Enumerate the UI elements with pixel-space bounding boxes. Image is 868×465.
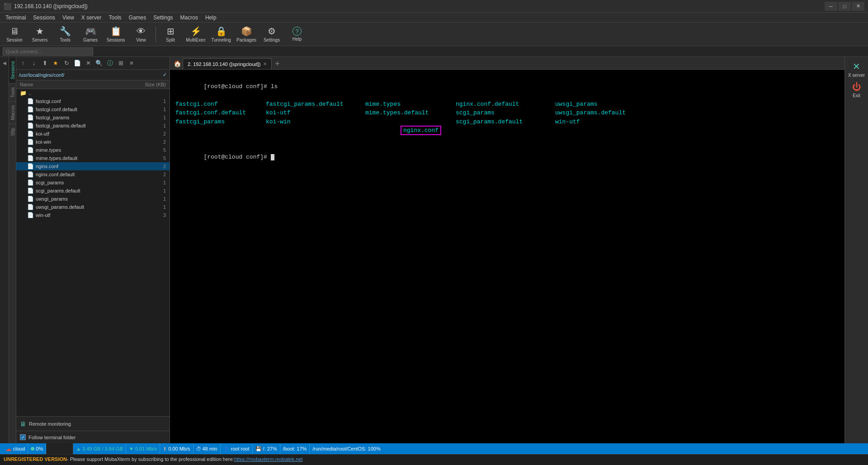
menu-games[interactable]: Games xyxy=(125,14,150,22)
menu-settings[interactable]: Settings xyxy=(150,14,176,22)
new-tab-button[interactable]: + xyxy=(272,58,283,69)
quickconnect-input[interactable] xyxy=(3,47,93,56)
terminal-content[interactable]: [root@cloud conf]# ls fastcgi.conf fastc… xyxy=(170,70,844,443)
toolbar-tunneling-button[interactable]: 🔒 Tunneling xyxy=(209,24,233,45)
xserver-button[interactable]: ✕ X server xyxy=(846,59,867,80)
games-icon: 🎮 xyxy=(85,26,96,37)
maximize-button[interactable]: □ xyxy=(838,2,851,11)
file-item[interactable]: 📄 win-utf 3 xyxy=(16,211,170,219)
tab-sessions[interactable]: Sessions xyxy=(9,57,16,83)
file-info-button[interactable]: ⓘ xyxy=(105,58,115,68)
remote-monitor-label: Remote monitoring xyxy=(29,421,71,427)
file-nav-down-button[interactable]: ↓ xyxy=(29,58,39,68)
unregistered-bar: UNREGISTERED VERSION - Please support Mo… xyxy=(0,454,868,463)
toolbar-view-button[interactable]: 👁 View xyxy=(129,24,153,45)
file-item[interactable]: 📄 scgi_params.default 1 xyxy=(16,187,170,195)
file-koi-utf: koi-utf xyxy=(266,108,365,117)
menu-terminal[interactable]: Terminal xyxy=(2,14,29,22)
file-item[interactable]: 📄 fastcgi_params.default 1 xyxy=(16,122,170,130)
terminal-tab-close-button[interactable]: ✕ xyxy=(263,61,267,66)
file-item[interactable]: 📄 nginx.conf 2 xyxy=(16,162,170,170)
toolbar-games-button[interactable]: 🎮 Games xyxy=(79,24,102,45)
file-item[interactable]: 📄 mime.types.default 5 xyxy=(16,154,170,162)
terminal-tab-active[interactable]: 2. 192.168.10.140 ([springcloud]) ✕ xyxy=(183,58,272,69)
menu-view[interactable]: View xyxy=(59,14,78,22)
unregistered-text: - Please support MobaXterm by subscribin… xyxy=(67,456,234,462)
cloud-icon: ☁ xyxy=(5,445,12,452)
terminal-home-button[interactable]: 🏠 xyxy=(172,58,183,69)
file-bookmark-button[interactable]: ★ xyxy=(51,58,61,68)
file-item[interactable]: 📄 mime.types 5 xyxy=(16,146,170,154)
toolbar-session-button[interactable]: 🖥 Session xyxy=(3,24,26,45)
file-uwsgi-params-default: uwsgi_params.default xyxy=(555,108,626,117)
file-item[interactable]: 📄 fastcgi_params 1 xyxy=(16,113,170,122)
toolbar-sessions-button[interactable]: 📋 Sessions xyxy=(104,24,127,45)
toolbar-settings-button[interactable]: ⚙ Settings xyxy=(260,24,283,45)
menu-help[interactable]: Help xyxy=(202,14,220,22)
tab-sftp[interactable]: Sftp xyxy=(9,124,16,140)
file-icon: 📄 xyxy=(27,196,34,202)
file-item[interactable]: 📄 koi-win 2 xyxy=(16,138,170,146)
menu-sessions[interactable]: Sessions xyxy=(29,14,59,22)
file-item-parent[interactable]: 📁 .. xyxy=(16,89,170,97)
toolbar-packages-button[interactable]: 📦 Packages xyxy=(235,24,258,45)
tab-macros[interactable]: Macros xyxy=(9,101,16,124)
menu-macros[interactable]: Macros xyxy=(177,14,202,22)
view-label: View xyxy=(136,38,146,42)
file-item[interactable]: 📄 fastcgi.conf.default 1 xyxy=(16,105,170,113)
file-item[interactable]: 📄 nginx.conf.default 2 xyxy=(16,170,170,178)
sidebar-toggle-button[interactable]: ◀ xyxy=(0,59,9,67)
file-item[interactable]: 📄 fastcgi.conf 1 xyxy=(16,97,170,105)
menu-xserver[interactable]: X server xyxy=(78,14,105,22)
menu-tools[interactable]: Tools xyxy=(105,14,125,22)
sessions-label: Sessions xyxy=(107,38,125,42)
toolbar-multiexec-button[interactable]: ⚡ MultiExec xyxy=(184,24,208,45)
toolbar-tools-button[interactable]: 🔧 Tools xyxy=(53,24,77,45)
file-search-button[interactable]: 🔍 xyxy=(94,58,104,68)
toolbar-help-button[interactable]: ? Help xyxy=(285,24,309,45)
file-new-button[interactable]: 📄 xyxy=(72,58,82,68)
file-icon: 📄 xyxy=(27,155,34,161)
exit-button[interactable]: ⏻ Exit xyxy=(846,80,867,100)
exit-icon: ⏻ xyxy=(852,82,861,92)
file-menu-button[interactable]: ≡ xyxy=(127,58,137,68)
close-button[interactable]: ✕ xyxy=(852,2,864,11)
file-mime-types: mime.types xyxy=(365,100,456,109)
status-disk-media: /run/media/root/CentOS: 100% xyxy=(310,443,383,454)
file-refresh-button[interactable]: ↻ xyxy=(61,58,71,68)
multiexec-icon: ⚡ xyxy=(190,26,202,37)
file-item[interactable]: 📄 scgi_params 1 xyxy=(16,178,170,187)
file-nav-home-button[interactable]: ⬆ xyxy=(40,58,50,68)
file-fastcgi-conf: fastcgi.conf xyxy=(175,100,266,109)
follow-folder-checkbox[interactable]: ✓ xyxy=(20,434,26,440)
mobaxterm-link[interactable]: https://mobaxterm.mobatek.net xyxy=(234,456,303,462)
file-icon: 📄 xyxy=(27,131,34,137)
file-nav-up-button[interactable]: ↑ xyxy=(18,58,28,68)
help-label: Help xyxy=(292,37,302,42)
servers-label: Servers xyxy=(32,38,47,42)
settings-icon: ⚙ xyxy=(268,26,276,37)
toolbar-servers-button[interactable]: ★ Servers xyxy=(28,24,52,45)
file-delete-button[interactable]: ✕ xyxy=(83,58,93,68)
file-item[interactable]: 📄 koi-utf 2 xyxy=(16,130,170,138)
file-item[interactable]: 📄 uwsgi_params 1 xyxy=(16,195,170,203)
toolbar-split-button[interactable]: ⊞ Split xyxy=(159,24,182,45)
follow-folder-bar[interactable]: ✓ Follow terminal folder xyxy=(16,431,170,443)
file-list: 📁 .. 📄 fastcgi.conf 1 📄 fastcgi.conf.def… xyxy=(16,89,170,416)
help-icon: ? xyxy=(292,27,302,36)
file-icon: 📄 xyxy=(27,163,34,169)
file-icon: 📄 xyxy=(27,147,34,153)
packages-label: Packages xyxy=(236,38,256,42)
file-item[interactable]: 📄 uwsgi_params.default 1 xyxy=(16,203,170,211)
quickconnect-bar xyxy=(0,46,868,57)
name-column-header: Name xyxy=(20,82,130,87)
upload-rate-icon: ⬆ xyxy=(163,446,167,452)
tab-tools[interactable]: Tools xyxy=(9,83,16,101)
terminal-line-1: [root@cloud conf]# ls xyxy=(175,73,839,100)
minimize-button[interactable]: ─ xyxy=(825,2,837,11)
file-grid-button[interactable]: ⊞ xyxy=(116,58,126,68)
follow-folder-label: Follow terminal folder xyxy=(28,435,76,440)
path-bar: /usr/local/nginx/conf/ ✓ xyxy=(16,70,170,80)
file-icon: 📄 xyxy=(27,179,34,186)
tunneling-icon: 🔒 xyxy=(216,26,227,37)
